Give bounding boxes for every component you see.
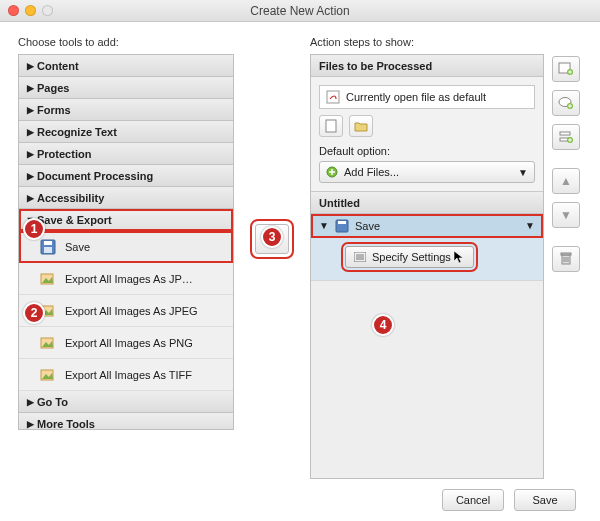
triangle-up-icon: ▲ xyxy=(560,174,572,188)
add-file-button[interactable] xyxy=(319,115,343,137)
folder-icon xyxy=(354,120,368,132)
category-forms[interactable]: ▶Forms xyxy=(19,99,233,121)
default-option-dropdown[interactable]: Add Files... ▼ xyxy=(319,161,535,183)
action-steps-panel: Files to be Processed Currently open fil… xyxy=(310,54,544,479)
svg-rect-18 xyxy=(560,132,570,135)
add-folder-button[interactable] xyxy=(349,115,373,137)
delete-step-button[interactable] xyxy=(552,246,580,272)
tool-export-jp[interactable]: Export All Images As JP… xyxy=(19,263,233,295)
document-icon xyxy=(325,119,337,133)
add-divider-button[interactable] xyxy=(552,124,580,150)
specify-settings-button[interactable]: Specify Settings xyxy=(345,246,474,268)
current-open-file-row[interactable]: Currently open file as default xyxy=(319,85,535,109)
chevron-down-icon: ▼ xyxy=(525,220,535,231)
tools-label: Choose tools to add: xyxy=(18,36,234,48)
export-image-icon xyxy=(39,334,57,352)
divider-plus-icon xyxy=(558,130,574,144)
chevron-right-icon: ▶ xyxy=(25,127,35,137)
chevron-right-icon: ▶ xyxy=(25,193,35,203)
category-content[interactable]: ▶Content xyxy=(19,55,233,77)
category-go-to[interactable]: ▶Go To xyxy=(19,391,233,413)
tool-export-png[interactable]: Export All Images As PNG xyxy=(19,327,233,359)
chevron-right-icon: ▶ xyxy=(25,105,35,115)
tool-categories-list[interactable]: ▶Content ▶Pages ▶Forms ▶Recognize Text ▶… xyxy=(18,54,234,430)
chevron-right-icon: ▶ xyxy=(25,83,35,93)
category-protection[interactable]: ▶Protection xyxy=(19,143,233,165)
chevron-right-icon: ▶ xyxy=(25,61,35,71)
category-save-export[interactable]: ▼Save & Export xyxy=(19,209,233,231)
header-label: Untitled xyxy=(319,197,360,209)
steps-label: Action steps to show: xyxy=(310,36,544,48)
default-option-label: Default option: xyxy=(319,145,535,157)
add-instruction-button[interactable] xyxy=(552,90,580,116)
tool-label: Export All Images As TIFF xyxy=(65,369,192,381)
category-accessibility[interactable]: ▶Accessibility xyxy=(19,187,233,209)
category-more-tools[interactable]: ▶More Tools xyxy=(19,413,233,430)
dialog-body: 1 2 3 4 Choose tools to add: ▶Content ▶P… xyxy=(0,22,600,521)
move-down-button[interactable]: ▼ xyxy=(552,202,580,228)
dropdown-label: Add Files... xyxy=(344,166,399,178)
svg-rect-22 xyxy=(561,253,571,255)
chevron-right-icon: ▶ xyxy=(25,171,35,181)
specify-settings-label: Specify Settings xyxy=(372,251,451,263)
chevron-right-icon: ▶ xyxy=(25,149,35,159)
save-button[interactable]: Save xyxy=(514,489,576,511)
button-label: Cancel xyxy=(456,494,490,506)
tool-export-jpeg[interactable]: Export All Images As JPEG xyxy=(19,295,233,327)
plus-icon xyxy=(326,166,338,178)
cursor-pointer-icon xyxy=(453,250,465,264)
tool-label: Export All Images As JPEG xyxy=(65,305,198,317)
callout-badge-1: 1 xyxy=(23,218,45,240)
side-controls: ▲ ▼ xyxy=(552,56,582,479)
steps-empty-area xyxy=(311,280,543,478)
save-step-label: Save xyxy=(355,220,380,232)
save-step-row[interactable]: ▼ Save ▼ xyxy=(311,214,543,238)
callout-badge-2: 2 xyxy=(23,302,45,324)
window-title: Create New Action xyxy=(0,4,600,18)
category-label: Go To xyxy=(37,396,68,408)
move-up-button[interactable]: ▲ xyxy=(552,168,580,194)
category-label: Pages xyxy=(37,82,69,94)
category-label: Recognize Text xyxy=(37,126,117,138)
untitled-header: Untitled xyxy=(311,192,543,214)
svg-rect-12 xyxy=(338,221,346,224)
header-label: Files to be Processed xyxy=(319,60,432,72)
bubble-plus-icon xyxy=(558,96,574,110)
add-panel-button[interactable] xyxy=(552,56,580,82)
save-step-body: Specify Settings xyxy=(311,238,543,280)
panel-plus-icon xyxy=(558,62,574,76)
category-pages[interactable]: ▶Pages xyxy=(19,77,233,99)
floppy-disk-icon xyxy=(39,238,57,256)
svg-rect-9 xyxy=(326,120,336,132)
trash-icon xyxy=(560,252,572,266)
floppy-disk-icon xyxy=(335,219,349,233)
cancel-button[interactable]: Cancel xyxy=(442,489,504,511)
callout-badge-3: 3 xyxy=(261,226,283,248)
svg-rect-1 xyxy=(44,241,52,245)
button-label: Save xyxy=(532,494,557,506)
svg-rect-8 xyxy=(327,91,339,103)
settings-list-icon xyxy=(354,252,366,262)
tool-export-tiff[interactable]: Export All Images As TIFF xyxy=(19,359,233,391)
chevron-right-icon: ▶ xyxy=(25,397,35,407)
category-recognize-text[interactable]: ▶Recognize Text xyxy=(19,121,233,143)
chevron-down-icon: ▼ xyxy=(518,167,528,178)
export-image-icon xyxy=(39,366,57,384)
tools-column: Choose tools to add: ▶Content ▶Pages ▶Fo… xyxy=(18,36,234,479)
chevron-right-icon: ▶ xyxy=(25,419,35,429)
dialog-footer: Cancel Save xyxy=(18,479,582,511)
steps-column: Action steps to show: Files to be Proces… xyxy=(310,36,582,479)
category-label: Forms xyxy=(37,104,71,116)
category-label: Save & Export xyxy=(37,214,112,226)
tool-label: Export All Images As JP… xyxy=(65,273,193,285)
category-label: Content xyxy=(37,60,79,72)
category-document-processing[interactable]: ▶Document Processing xyxy=(19,165,233,187)
callout-badge-4: 4 xyxy=(372,314,394,336)
window-titlebar: Create New Action xyxy=(0,0,600,22)
open-file-label: Currently open file as default xyxy=(346,91,486,103)
svg-rect-2 xyxy=(44,247,52,253)
chevron-down-icon: ▼ xyxy=(319,220,329,231)
files-panel-body: Currently open file as default Default o… xyxy=(311,77,543,192)
tool-label: Export All Images As PNG xyxy=(65,337,193,349)
tool-save[interactable]: Save xyxy=(19,231,233,263)
